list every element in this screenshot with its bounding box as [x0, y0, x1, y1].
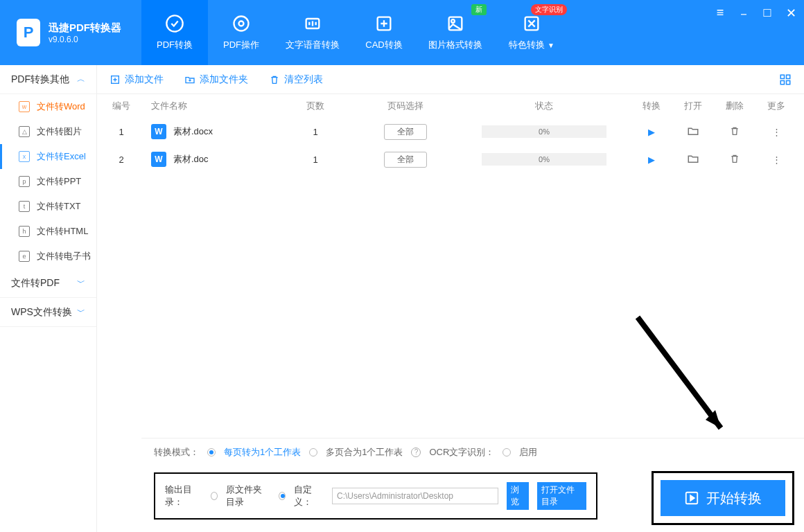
tab-special-convert[interactable]: 文字识别 特色转换▼ [493, 0, 570, 65]
tab-text-voice[interactable]: 文字语音转换 [274, 0, 351, 65]
file-icon: e [19, 251, 30, 262]
app-version: v9.0.6.0 [49, 35, 121, 44]
sidebar-item-excel[interactable]: x文件转Excel [0, 144, 96, 169]
table-row: 2 W素材.doc 1 全部 0% ▶ ⋮ [97, 145, 804, 173]
page-select-button[interactable]: 全部 [384, 124, 427, 140]
titlebar: P 迅捷PDF转换器 v9.0.6.0 PDF转换 PDF操作 文字语音转换 C… [0, 0, 804, 65]
gear-icon [231, 14, 251, 33]
sidebar-group-pdf-other[interactable]: PDF转换其他︿ [0, 65, 96, 94]
plus-file-icon [110, 74, 121, 85]
clear-list-button[interactable]: 清空列表 [269, 73, 323, 86]
output-dir-block: 输出目录： 原文件夹目录 自定义： 浏览 打开文件目录 [154, 472, 597, 520]
svg-rect-11 [780, 81, 784, 85]
word-file-icon: W [151, 124, 166, 139]
svg-point-2 [234, 17, 249, 31]
radio-custom-dir[interactable] [279, 492, 286, 500]
file-icon: △ [19, 126, 30, 137]
table-row: 1 W素材.docx 1 全部 0% ▶ ⋮ [97, 118, 804, 145]
radio-merge-pages[interactable] [309, 448, 317, 456]
page-select-button[interactable]: 全部 [384, 152, 427, 168]
file-name: 素材.doc [173, 154, 209, 164]
sidebar-item-html[interactable]: h文件转HTML [0, 219, 96, 244]
svg-line-13 [638, 317, 721, 428]
cad-icon [374, 14, 394, 33]
logo-block: P 迅捷PDF转换器 v9.0.6.0 [0, 0, 141, 65]
special-icon [522, 14, 541, 33]
minimize-icon[interactable]: － [737, 6, 750, 22]
plus-folder-icon [184, 74, 195, 85]
file-toolbar: 添加文件 添加文件夹 清空列表 [97, 65, 804, 94]
folder-open-icon[interactable] [672, 152, 714, 167]
svg-point-1 [239, 21, 244, 26]
more-icon[interactable]: ⋮ [755, 127, 797, 137]
app-title: 迅捷PDF转换器 [49, 21, 121, 35]
delete-icon[interactable] [714, 125, 755, 139]
file-icon: p [19, 176, 30, 187]
trash-icon [269, 74, 280, 85]
image-icon [446, 14, 465, 33]
browse-button[interactable]: 浏览 [507, 482, 529, 510]
folder-open-icon[interactable] [672, 125, 714, 139]
menu-icon[interactable]: ≡ [714, 6, 726, 22]
radio-source-dir[interactable] [211, 492, 218, 500]
annotation-arrow-icon [631, 310, 742, 449]
radio-each-page[interactable] [207, 448, 216, 456]
sidebar-item-ebook[interactable]: e文件转电子书 [0, 244, 96, 269]
svg-point-0 [166, 15, 182, 31]
sidebar-item-image[interactable]: △文件转图片 [0, 119, 96, 144]
chevron-up-icon: ︿ [77, 73, 85, 85]
delete-icon[interactable] [714, 153, 755, 166]
main-tabs: PDF转换 PDF操作 文字语音转换 CAD转换 新 图片格式转换 文字识别 特… [141, 0, 570, 65]
tab-image-convert[interactable]: 新 图片格式转换 [417, 0, 493, 65]
sidebar-item-ppt[interactable]: p文件转PPT [0, 169, 96, 194]
sidebar: PDF转换其他︿ w文件转Word △文件转图片 x文件转Excel p文件转P… [0, 65, 97, 532]
badge-ocr: 文字识别 [531, 4, 567, 15]
badge-new: 新 [471, 4, 487, 15]
file-name: 素材.docx [173, 126, 213, 136]
help-icon[interactable]: ? [411, 447, 421, 457]
file-icon: h [19, 226, 30, 237]
add-folder-button[interactable]: 添加文件夹 [184, 73, 248, 86]
app-logo-icon: P [17, 19, 40, 46]
radio-ocr-enable[interactable] [503, 448, 511, 456]
progress-bar: 0% [482, 153, 606, 166]
sidebar-item-txt[interactable]: t文件转TXT [0, 194, 96, 219]
more-icon[interactable]: ⋮ [755, 154, 797, 165]
maximize-icon[interactable]: □ [761, 6, 774, 22]
chevron-down-icon: ﹀ [77, 306, 85, 318]
file-icon: t [19, 201, 30, 212]
svg-rect-12 [787, 81, 790, 85]
output-path-input[interactable] [332, 488, 498, 504]
progress-bar: 0% [482, 125, 606, 138]
add-file-button[interactable]: 添加文件 [110, 73, 164, 86]
file-icon: w [19, 101, 30, 112]
chevron-down-icon: ﹀ [77, 277, 85, 289]
svg-rect-9 [780, 75, 784, 78]
close-icon[interactable]: ✕ [785, 6, 797, 22]
sidebar-item-word[interactable]: w文件转Word [0, 94, 96, 119]
sidebar-group-wps[interactable]: WPS文件转换﹀ [0, 298, 96, 327]
tab-pdf-convert[interactable]: PDF转换 [141, 0, 208, 65]
play-icon[interactable]: ▶ [631, 127, 672, 137]
window-controls: ≡ － □ ✕ [714, 6, 797, 22]
tab-cad-convert[interactable]: CAD转换 [351, 0, 417, 65]
convert-icon [165, 14, 184, 33]
table-header: 编号 文件名称 页数 页码选择 状态 转换 打开 删除 更多 [97, 94, 804, 118]
start-highlight-box: 开始转换 [652, 471, 794, 525]
play-circle-icon [684, 490, 699, 506]
play-icon[interactable]: ▶ [631, 154, 672, 165]
audio-icon [303, 14, 322, 33]
file-icon: x [19, 151, 30, 162]
svg-rect-10 [787, 75, 790, 78]
word-file-icon: W [151, 152, 166, 167]
sidebar-group-to-pdf[interactable]: 文件转PDF﹀ [0, 269, 96, 298]
open-dir-button[interactable]: 打开文件目录 [537, 482, 586, 510]
tab-pdf-operate[interactable]: PDF操作 [208, 0, 274, 65]
svg-point-6 [451, 19, 455, 23]
start-convert-button[interactable]: 开始转换 [661, 480, 785, 516]
grid-view-icon[interactable] [779, 73, 792, 88]
